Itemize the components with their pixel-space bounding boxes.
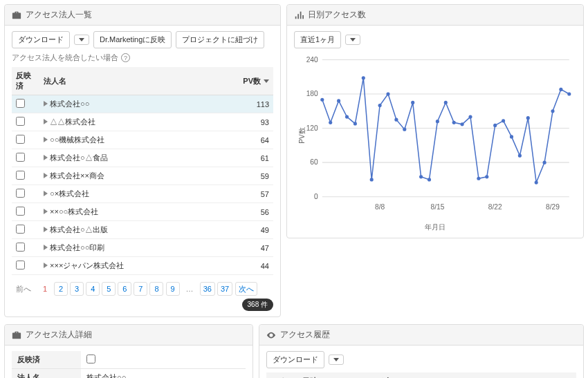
- pagination-page[interactable]: 2: [54, 282, 68, 296]
- access-history-panel: アクセス履歴 ダウンロード アクセス日時 ページ名 2016/08/02 16:…: [259, 324, 584, 378]
- svg-point-33: [510, 135, 513, 138]
- svg-point-39: [559, 88, 562, 91]
- chevron-right-icon: [44, 119, 48, 124]
- table-row[interactable]: 株式会社○△出版 49: [12, 221, 273, 239]
- detail-value: 株式会社○○: [81, 369, 246, 379]
- pagination-page[interactable]: 8: [149, 282, 163, 296]
- row-checkbox[interactable]: [16, 243, 25, 252]
- svg-point-29: [477, 177, 480, 180]
- row-checkbox[interactable]: [16, 153, 25, 162]
- chevron-right-icon: [44, 263, 48, 268]
- chevron-right-icon: [44, 209, 48, 214]
- col-datetime[interactable]: アクセス日時: [266, 372, 356, 378]
- chevron-right-icon: [44, 137, 48, 142]
- table-row[interactable]: 株式会社××商会 59: [12, 167, 273, 185]
- row-checkbox[interactable]: [16, 171, 25, 180]
- chevron-right-icon: [44, 173, 48, 178]
- row-checkbox[interactable]: [16, 189, 25, 198]
- dr-marketing-button[interactable]: Dr.Marketingに反映: [93, 31, 172, 48]
- svg-point-31: [493, 124, 497, 127]
- col-company[interactable]: 法人名: [39, 67, 232, 95]
- svg-point-37: [543, 161, 546, 164]
- chevron-right-icon: [44, 245, 48, 250]
- help-icon[interactable]: ?: [121, 53, 130, 62]
- col-reflected[interactable]: 反映済: [12, 67, 39, 95]
- svg-point-15: [362, 76, 365, 79]
- table-row[interactable]: 株式会社○○印刷 47: [12, 239, 273, 257]
- pagination-page[interactable]: 4: [86, 282, 100, 296]
- pagination-page[interactable]: 5: [102, 282, 116, 296]
- pagination: 前へ 1 2 3 4 5 6 7 8 9 … 36 37 次へ 368 件: [12, 282, 273, 311]
- history-download-button[interactable]: ダウンロード: [266, 351, 324, 368]
- svg-point-17: [378, 104, 382, 107]
- pagination-page[interactable]: 6: [118, 282, 131, 296]
- svg-text:8/15: 8/15: [430, 203, 444, 211]
- caret-down-icon: [79, 38, 84, 41]
- table-row[interactable]: 株式会社○△食品 61: [12, 149, 273, 167]
- table-row[interactable]: ○×株式会社 57: [12, 185, 273, 203]
- detail-table: 反映済法人名株式会社○○法人番号1234567890123郵便番号151-006…: [12, 351, 246, 378]
- svg-text:8/29: 8/29: [546, 203, 560, 211]
- company-name: 株式会社○△出版: [39, 221, 232, 239]
- row-checkbox[interactable]: [16, 207, 25, 216]
- pagination-page[interactable]: 36: [200, 282, 215, 296]
- svg-point-20: [403, 128, 406, 131]
- svg-point-21: [411, 101, 414, 104]
- pv-value: 64: [232, 131, 273, 149]
- row-checkbox[interactable]: [16, 99, 25, 108]
- table-row[interactable]: 株式会社○○ 113: [12, 95, 273, 113]
- detail-row: 法人名株式会社○○: [12, 369, 246, 379]
- history-download-dropdown[interactable]: [329, 355, 344, 365]
- help-text: アクセス法人を統合したい場合: [12, 53, 118, 63]
- detail-row: 反映済: [12, 351, 246, 369]
- company-detail-title: アクセス法人詳細: [26, 329, 92, 341]
- company-name: ○×株式会社: [39, 185, 232, 203]
- range-dropdown[interactable]: [345, 35, 360, 45]
- svg-point-22: [419, 175, 423, 178]
- pv-value: 47: [232, 239, 273, 257]
- svg-text:8/8: 8/8: [375, 203, 385, 211]
- download-button[interactable]: ダウンロード: [12, 31, 70, 48]
- col-page[interactable]: ページ名: [356, 372, 576, 378]
- svg-point-14: [353, 122, 357, 125]
- row-checkbox[interactable]: [16, 225, 25, 234]
- pagination-page[interactable]: 1: [38, 282, 52, 296]
- project-link-button[interactable]: プロジェクトに紐づけ: [176, 31, 264, 48]
- svg-point-11: [329, 121, 332, 124]
- pv-value: 59: [232, 167, 273, 185]
- chart-ylabel: PV数: [297, 127, 307, 143]
- table-row[interactable]: ×××ジャパン株式会社 44: [12, 257, 273, 275]
- pagination-page[interactable]: 37: [217, 282, 232, 296]
- col-pv[interactable]: PV数: [232, 67, 273, 95]
- svg-point-23: [428, 178, 431, 181]
- range-button[interactable]: 直近1ヶ月: [294, 31, 341, 48]
- svg-text:240: 240: [306, 55, 318, 63]
- pagination-prev[interactable]: 前へ: [12, 284, 35, 294]
- access-history-title: アクセス履歴: [280, 329, 330, 341]
- svg-point-28: [468, 115, 472, 118]
- detail-value: [81, 351, 246, 369]
- chart-xlabel: 年月日: [294, 223, 576, 232]
- table-row[interactable]: ○○機械株式会社 64: [12, 131, 273, 149]
- pagination-next[interactable]: 次へ: [235, 282, 257, 296]
- svg-point-26: [452, 121, 456, 124]
- download-dropdown[interactable]: [74, 35, 89, 45]
- pv-value: 44: [232, 257, 273, 275]
- pagination-page[interactable]: 7: [134, 282, 147, 296]
- pv-value: 49: [232, 221, 273, 239]
- pv-value: 56: [232, 203, 273, 221]
- reflected-checkbox[interactable]: [86, 355, 95, 363]
- row-checkbox[interactable]: [16, 117, 25, 126]
- svg-point-35: [526, 116, 530, 120]
- svg-point-24: [436, 120, 439, 123]
- svg-text:0: 0: [314, 193, 318, 200]
- table-row[interactable]: ××○○株式会社 56: [12, 203, 273, 221]
- row-checkbox[interactable]: [16, 261, 25, 270]
- bar-chart-icon: [294, 10, 304, 20]
- pagination-page[interactable]: 3: [70, 282, 84, 296]
- row-checkbox[interactable]: [16, 135, 25, 144]
- caret-down-icon: [350, 38, 356, 41]
- total-count-badge: 368 件: [242, 299, 273, 311]
- table-row[interactable]: △△株式会社 93: [12, 113, 273, 131]
- pagination-page[interactable]: 9: [166, 282, 180, 296]
